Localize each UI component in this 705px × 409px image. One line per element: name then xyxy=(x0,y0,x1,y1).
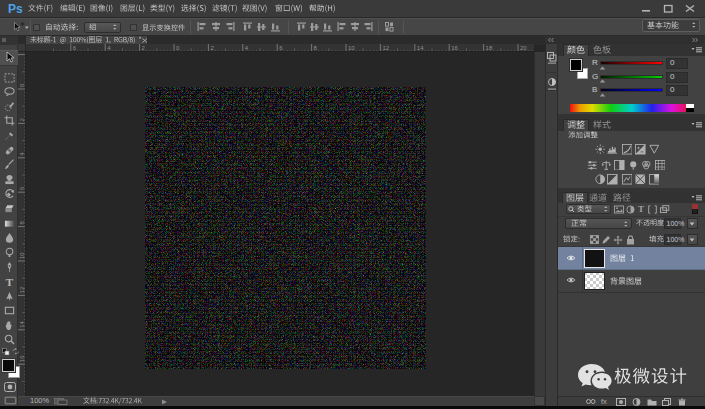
svg-text:4: 4 xyxy=(245,45,249,51)
svg-text:8: 8 xyxy=(314,45,318,51)
svg-text:4: 4 xyxy=(107,45,111,51)
svg-text:T: T xyxy=(638,204,644,214)
svg-text:16: 16 xyxy=(19,355,25,362)
svg-text:14: 14 xyxy=(19,320,25,327)
svg-text:2: 2 xyxy=(19,52,25,53)
svg-text:T: T xyxy=(5,276,13,288)
svg-text:10: 10 xyxy=(348,45,355,51)
svg-text:2: 2 xyxy=(142,45,146,51)
svg-text:6: 6 xyxy=(73,45,77,51)
svg-text:18: 18 xyxy=(486,45,493,51)
svg-text:20: 20 xyxy=(520,45,527,51)
svg-text:0: 0 xyxy=(19,83,25,87)
svg-text:2: 2 xyxy=(210,45,214,51)
svg-text:6: 6 xyxy=(279,45,283,51)
svg-text:12: 12 xyxy=(382,45,389,51)
svg-text:14: 14 xyxy=(417,45,424,51)
svg-text:8: 8 xyxy=(19,221,25,225)
svg-text:12: 12 xyxy=(19,286,25,293)
svg-text:10: 10 xyxy=(19,252,25,259)
svg-text:2: 2 xyxy=(19,117,25,121)
svg-text:16: 16 xyxy=(451,45,458,51)
svg-text:4: 4 xyxy=(19,152,25,156)
svg-text:6: 6 xyxy=(19,186,25,190)
svg-text:0: 0 xyxy=(176,45,180,51)
